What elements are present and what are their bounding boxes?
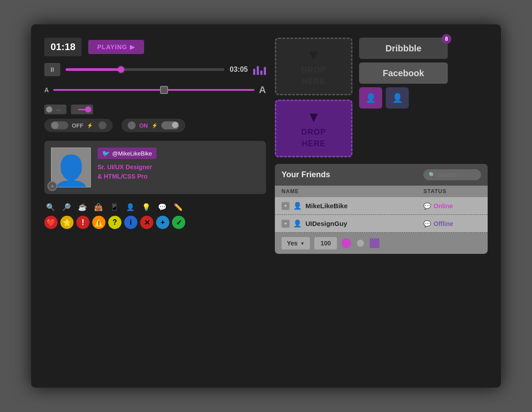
bottom-controls: Yes ▼ 100 [275,233,488,254]
avatar-silhouette: 👤 [52,156,90,187]
playing-label: PLAYING [97,43,127,51]
status-text-2: Offline [434,220,453,227]
square-filled[interactable] [370,238,379,248]
friend-avatar-1: 👤 [293,202,302,210]
mini-toggle-1[interactable]: — [44,105,66,114]
pencil-icon[interactable]: ✏️ [172,201,184,213]
search-icon: 🔍 [429,172,435,178]
bar-1 [253,69,255,75]
drop-text-2: HERE [301,77,325,86]
font-slider[interactable] [53,89,254,91]
mini-toggle-dot-1 [46,106,52,113]
twitter-handle[interactable]: 🐦 @MikeLikeBike [98,148,156,159]
twitter-icon: 🐦 [102,150,110,157]
drop-zone-inactive[interactable]: ▼ DROP HERE [275,38,352,95]
lightning-off: ⚡ [87,123,93,128]
zoom-out-icon[interactable]: 🔎 [60,201,73,213]
right-section: ▼ DROP HERE ▼ DROP HERE Dribbble 8 [275,38,488,254]
bulb-icon[interactable]: 💡 [140,201,153,213]
profile-card: 👤 + 🐦 @MikeLikeBike Sr. UI/UX Designer &… [44,141,266,194]
radio-filled[interactable] [341,238,351,248]
user-icon-2: 👤 [392,93,403,103]
friend-expand-2[interactable]: + [282,220,289,228]
search-input[interactable] [438,171,473,178]
social-col: Dribbble 8 Facebook 👤 👤 [359,38,448,157]
progress-bar[interactable] [66,68,224,71]
yes-dropdown[interactable]: Yes ▼ [282,237,310,249]
badge-exclamation[interactable]: ! [76,216,90,229]
main-panel: 01:18 PLAYING ▶ ⏸ 03:05 [31,24,501,388]
level-bars [253,64,266,75]
bag-icon[interactable]: 👜 [92,201,105,213]
toggle-off-label: OFF [72,122,83,129]
radio-empty[interactable] [356,238,365,248]
friends-table-header: NAME STATUS [275,186,488,197]
add-button[interactable]: + [47,181,57,191]
friends-section: Your Friends 🔍 NAME STATUS + 👤 MikeLikeB… [275,164,488,254]
drop-zone-active[interactable]: ▼ DROP HERE [275,100,352,157]
profile-info: 🐦 @MikeLikeBike Sr. UI/UX Designer & HTM… [98,148,259,187]
status-icon-1: 💬 [423,202,431,210]
play-icon: ▶ [130,43,135,51]
lightning-on: ⚡ [152,123,158,128]
friend-expand-1[interactable]: + [282,202,289,210]
phone-icon[interactable]: 📱 [108,201,121,213]
zoom-in-icon[interactable]: 🔍 [44,201,57,213]
badge-star[interactable]: ⭐ [60,216,74,229]
toggle-row: OFF ⚡ ON ⚡ [44,119,266,132]
status-icon-2: 💬 [423,220,431,227]
badge-question[interactable]: ? [108,216,121,229]
drop-arrow-1: ▼ [307,47,321,63]
dribbble-label: Dribbble [385,43,421,54]
bar-2 [257,66,259,75]
chat-icon[interactable]: 💬 [156,201,168,213]
coffee-icon[interactable]: ☕ [76,201,89,213]
drop-text-4: HERE [301,139,325,148]
pause-button[interactable]: ⏸ [44,63,60,76]
friend-row-2: + 👤 UIDesignGuy 💬 Offline [275,215,488,233]
toggle-on[interactable]: ON ⚡ [121,119,185,132]
user-icon-button-2[interactable]: 👤 [386,87,409,109]
search-box[interactable]: 🔍 [423,169,481,180]
progress-row: ⏸ 03:05 [44,63,266,76]
yes-label: Yes [287,240,297,247]
toggle-circle-on [128,121,136,129]
icons-row: 🔍 🔎 ☕ 👜 📱 👤 💡 💬 ✏️ [44,201,266,213]
friend-row-1: + 👤 MikeLikeBike 💬 Online [275,197,488,215]
toggle-circle-off [98,121,106,129]
playing-button[interactable]: PLAYING ▶ [88,40,144,54]
dropdown-arrow: ▼ [300,241,305,246]
mini-toggle-2[interactable] [71,105,93,114]
profile-title: Sr. UI/UX Designer & HTML/CSS Pro [98,163,259,181]
friends-title: Your Friends [282,170,330,179]
avatar-container: 👤 + [51,148,91,187]
friend-status-2: 💬 Offline [423,220,481,227]
badge-info[interactable]: i [124,216,137,229]
mini-toggle-dot-2 [85,106,91,113]
badges-row: ❤️ ⭐ ! ⚠️ ? i ✕ + ✓ [44,216,266,229]
badge-heart[interactable]: ❤️ [44,216,58,229]
dribbble-button[interactable]: Dribbble 8 [359,38,448,59]
drop-zones-col: ▼ DROP HERE ▼ DROP HERE [275,38,352,157]
twitter-handle-text: @MikeLikeBike [112,150,152,157]
badge-plus[interactable]: + [156,216,169,229]
bar-4 [264,67,266,75]
badge-close[interactable]: ✕ [140,216,153,229]
toggle-off[interactable]: OFF ⚡ [44,119,113,132]
friend-name-1: MikeLikeBike [305,202,423,210]
drop-text-1: DROP [301,66,326,75]
progress-handle[interactable] [118,66,124,73]
badge-check[interactable]: ✓ [172,216,185,229]
user-icon-button-1[interactable]: 👤 [359,87,382,109]
col-name-header: NAME [282,188,423,194]
badge-warning[interactable]: ⚠️ [92,216,106,229]
square-empty[interactable] [384,238,394,248]
toggle-track-on [161,121,179,129]
font-slider-handle[interactable] [160,86,168,94]
friend-avatar-2: 👤 [293,219,302,228]
toggle-on-label: ON [139,122,148,129]
drop-text-3: DROP [301,128,326,137]
facebook-button[interactable]: Facebook [359,62,448,84]
bar-3 [260,70,262,75]
add-user-icon[interactable]: 👤 [124,201,137,213]
